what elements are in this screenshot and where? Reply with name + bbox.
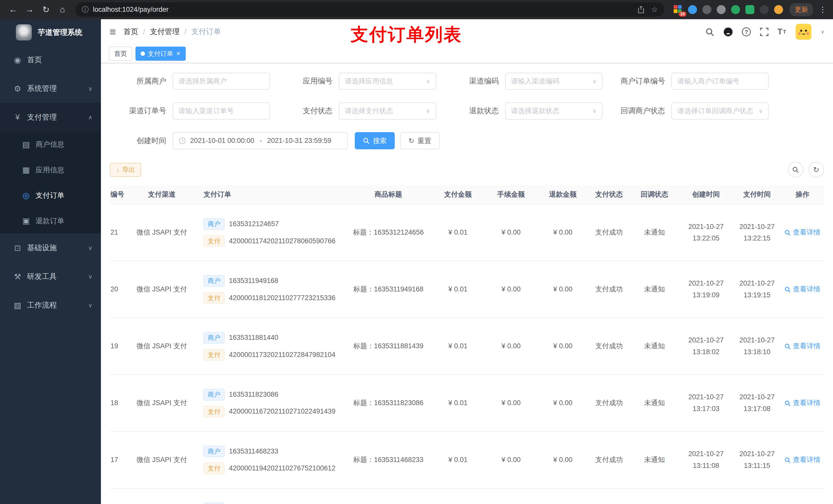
view-detail-link[interactable]: 查看详情 [784,340,820,352]
submenu-payment: ▤商户信息▦应用信息◎支付订单▣退款订单 [0,131,101,234]
merchant-order-line: 商户1635311468233 [204,446,335,457]
select-notify-status[interactable]: 请选择订单回调商户状态∨ [671,102,769,119]
pay-tag: 支付 [204,406,224,418]
yen-icon: ¥ [13,113,22,122]
select-channel-code[interactable]: 请输入渠道编码∨ [505,73,602,90]
sidebar-item-infrastructure[interactable]: ⊡基础设施∨ [0,234,101,262]
sidebar-item-merchant-info[interactable]: ▤商户信息 [0,131,101,157]
merchant-order-no: 1635311468233 [229,446,279,457]
cell-id: 17 [110,454,126,466]
reset-button[interactable]: ↻ 重置 [400,132,440,149]
sidebar-item-system[interactable]: ⚙系统管理∨ [0,74,101,103]
select-app-no[interactable]: 请选择应用信息∨ [339,73,436,90]
chevron-down-icon: ∨ [88,302,93,309]
select-refund-status[interactable]: 请选择退款状态∨ [505,102,602,119]
pay-order-line: 支付4200001173202110272847982104 [204,349,335,361]
browser-chrome: ← → ↻ ⌂ ⓘ localhost:1024/pay/order ☆ 10 [0,0,833,19]
extension-icon[interactable] [717,5,726,14]
cell-refund: ¥ 0.00 [538,397,588,409]
tools-icon: ⚒ [13,272,22,282]
sidebar-item-refund-order[interactable]: ▣退款订单 [0,208,101,234]
cell-action: 查看详情 [781,397,824,409]
cell-fee: ¥ 0.00 [484,454,538,466]
update-button[interactable]: 更新 [789,3,813,16]
view-detail-link[interactable]: 查看详情 [784,284,820,295]
font-size-icon[interactable]: TT [778,27,787,37]
placeholder-text: 请输入渠道订单号 [178,106,264,116]
cell-status: 支付成功 [588,454,630,466]
pin-icon[interactable] [760,5,769,14]
view-detail-link[interactable]: 查看详情 [784,397,820,409]
fullscreen-icon[interactable] [760,28,768,36]
filter-label: 商户订单编号 [609,76,672,86]
sidebar-item-pay-order[interactable]: ◎支付订单 [0,183,101,208]
breadcrumb: 首页 / 支付管理 / 支付订单 [123,27,221,37]
grid-icon: ▦ [21,165,31,175]
tab-pay-order[interactable]: 支付订单 × [136,47,186,61]
cell-paid: 2021-10-27 13:19:15 [733,278,781,301]
close-icon[interactable]: × [176,50,180,57]
pay-tag: 支付 [204,462,224,474]
home-icon[interactable]: ⌂ [55,2,70,17]
extension-icon[interactable] [688,5,697,14]
sidebar-item-dev-tools[interactable]: ⚒研发工具∨ [0,262,101,291]
pay-tag: 支付 [204,235,224,247]
breadcrumb-payment[interactable]: 支付管理 [150,27,180,37]
refresh-icon: ↻ [409,137,414,145]
extension-icon[interactable]: 10 [674,5,683,14]
back-icon[interactable]: ← [5,2,21,17]
input-merchant[interactable]: 请选择所属商户 [173,73,270,90]
order-lines: 商户1635311357196支付 [204,502,278,504]
cell-fee: ¥ 0.00 [484,226,538,238]
breadcrumb-home[interactable]: 首页 [123,27,138,37]
help-icon[interactable]: ? [742,27,751,37]
collapse-sidebar-icon[interactable]: ≡ [110,26,116,38]
address-bar[interactable]: ⓘ localhost:1024/pay/order ☆ [75,2,664,17]
view-detail-link[interactable]: 查看详情 [784,454,820,466]
app-logo[interactable]: 芋道管理系统 [0,19,101,46]
tab-home[interactable]: 首页 [109,47,132,61]
input-merchant-order-no[interactable]: 请输入商户订单编号 [671,73,769,90]
date-range-input[interactable]: 2021-10-01 00:00:00 - 2021-10-31 23:59:5… [173,132,348,149]
refresh-table-button[interactable]: ↻ [809,162,824,177]
cell-refund: ¥ 0.00 [538,226,588,238]
filter-grid: 所属商户请选择所属商户应用编号请选择应用信息∨渠道编码请输入渠道编码∨商户订单编… [110,73,824,119]
extension-icon[interactable] [731,5,740,14]
select-pay-status[interactable]: 请选择支付状态∨ [339,102,436,119]
profile-avatar-icon[interactable] [774,5,783,14]
chevron-down-icon[interactable]: ∨ [821,29,825,35]
sidebar-item-payment[interactable]: ¥支付管理∧ [0,103,101,131]
cell-amount: ¥ 0.01 [431,454,484,466]
reload-icon[interactable]: ↻ [38,2,53,17]
forward-icon[interactable]: → [22,2,37,17]
order-lines: 商户1635311949168支付42000011812021102777232… [204,275,335,304]
extension-icon[interactable] [745,5,754,14]
github-icon[interactable] [723,27,733,37]
column-header-7: 支付状态 [588,189,630,200]
search-button[interactable]: 搜索 [355,132,395,149]
site-info-icon[interactable]: ⓘ [82,5,89,14]
search-icon[interactable] [705,27,714,37]
merchant-order-no: 1635312124657 [229,218,279,230]
bookmark-star-icon[interactable]: ☆ [651,5,658,14]
toggle-search-button[interactable] [788,162,803,177]
input-channel-order-no[interactable]: 请输入渠道订单号 [173,102,270,119]
extension-icon[interactable] [703,5,711,14]
url-text: localhost:1024/pay/order [93,6,169,14]
share-icon[interactable] [637,6,645,13]
cell-created: 2021-10-27 13:17:03 [679,391,733,415]
sidebar-item-label: 退款订单 [35,216,93,226]
sidebar-item-home[interactable]: ◉首页 [0,46,101,74]
cell-amount: ¥ 0.01 [431,397,484,409]
view-detail-link[interactable]: 查看详情 [784,226,820,238]
placeholder-text: 请选择订单回调商户状态 [677,106,756,116]
sidebar-item-workflow[interactable]: ▧工作流程∨ [0,291,101,320]
export-button[interactable]: ↓ 导出 [110,163,141,177]
user-avatar[interactable] [795,24,811,40]
cell-status: 支付成功 [588,397,630,409]
table-row: 21微信 JSAPI 支付商户1635312124657支付4200001174… [110,205,824,261]
browser-menu-icon[interactable]: ⋮ [819,5,827,14]
merchant-order-line: 商户1635311949168 [204,275,335,287]
cell-created: 2021-10-27 13:18:02 [679,334,733,358]
sidebar-item-app-info[interactable]: ▦应用信息 [0,157,101,183]
